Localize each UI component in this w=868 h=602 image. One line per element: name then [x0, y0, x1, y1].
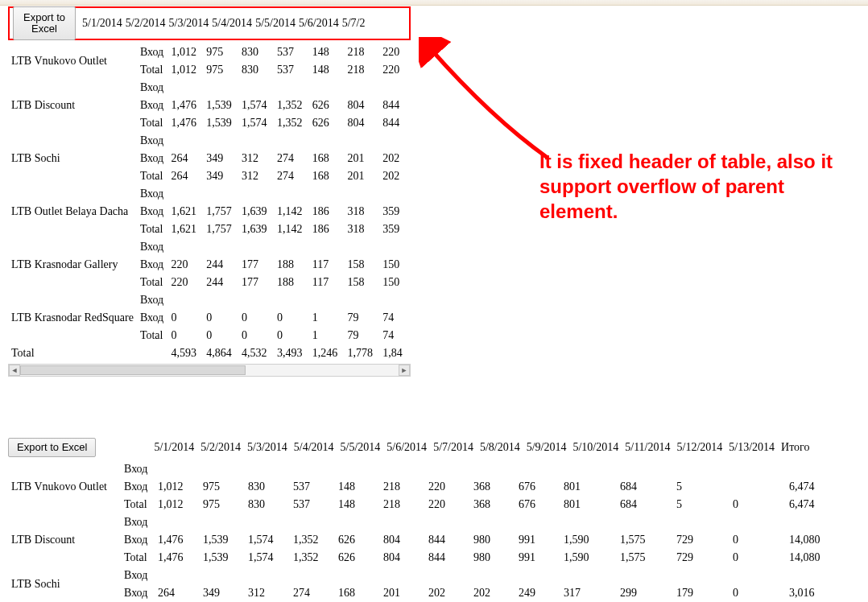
value-cell: 186 [309, 203, 345, 221]
annotation-text: It is fixed header of table, also it sup… [539, 149, 854, 225]
scroll-thumb[interactable] [20, 365, 246, 375]
value-cell: 201 [345, 150, 380, 167]
value-cell [673, 567, 730, 584]
value-cell: 1,476 [155, 531, 200, 549]
value-cell: 980 [470, 549, 515, 567]
value-cell: 3,493 [274, 344, 309, 362]
value-cell: 1,574 [245, 531, 290, 549]
value-cell: 177 [238, 274, 274, 291]
date-header-cell: 5/13/2014 [725, 441, 778, 454]
value-cell: 1,012 [167, 43, 203, 61]
value-cell: 148 [335, 478, 380, 496]
value-cell: 1,012 [167, 61, 203, 79]
value-cell: 537 [290, 496, 335, 513]
value-cell [673, 460, 730, 478]
date-header-cell: 5/12/2014 [674, 441, 726, 454]
value-cell: 537 [274, 61, 309, 79]
row-kind-cell: Вход [121, 567, 155, 584]
value-cell: 975 [200, 496, 245, 513]
scroll-left-arrow[interactable]: ◄ [9, 365, 20, 376]
value-cell: 1,590 [560, 549, 617, 567]
value-cell [290, 460, 335, 478]
value-cell [786, 513, 831, 531]
value-cell: 801 [560, 496, 617, 513]
row-kind-cell: Вход [121, 584, 155, 602]
export-button-2[interactable]: Export to Excel [8, 438, 96, 457]
value-cell [203, 291, 238, 309]
value-cell: 991 [515, 531, 560, 549]
date-header-cell: 5/6/2014 [383, 441, 430, 454]
row-kind-cell: Total [137, 167, 168, 185]
value-cell: 1,476 [167, 114, 203, 132]
row-name-cell: LTB Outlet Belaya Dacha [8, 185, 137, 238]
row-kind-cell: Вход [121, 460, 155, 478]
value-cell [200, 460, 245, 478]
date-header-row-2: 5/1/20145/2/20145/3/20145/4/20145/5/2014… [151, 441, 812, 454]
value-cell: 158 [345, 256, 380, 274]
value-cell: 79 [345, 309, 380, 327]
date-header-cell: 5/2/2014 [197, 441, 244, 454]
value-cell: 312 [238, 150, 274, 167]
value-cell [274, 132, 309, 150]
value-cell [245, 567, 290, 584]
value-cell [730, 478, 786, 496]
value-cell [290, 567, 335, 584]
value-cell: 218 [380, 496, 425, 513]
table-row: LTB Krasnodar RedSquareВход [8, 291, 411, 309]
value-cell [345, 132, 380, 150]
value-cell: 830 [238, 61, 274, 79]
value-cell [730, 567, 786, 584]
value-cell [167, 291, 203, 309]
value-cell [274, 79, 309, 97]
scroll-right-arrow[interactable]: ► [399, 365, 410, 376]
value-cell: 1,757 [203, 203, 238, 221]
value-cell [379, 79, 411, 97]
value-cell: 274 [274, 150, 309, 167]
date-header-cell: 5/7/2 [341, 17, 367, 30]
value-cell [203, 238, 238, 256]
row-kind-cell: Total [137, 61, 168, 79]
value-cell [203, 185, 238, 203]
value-cell: 188 [274, 256, 309, 274]
export-button[interactable]: Export toExcel [13, 6, 76, 41]
value-cell: 0 [238, 327, 274, 344]
row-kind-cell: Total [137, 274, 168, 291]
value-cell [470, 567, 515, 584]
value-cell: 117 [309, 274, 345, 291]
value-cell: 0 [167, 327, 203, 344]
value-cell: 148 [335, 496, 380, 513]
horizontal-scrollbar[interactable]: ◄ ► [8, 364, 411, 377]
value-cell: 975 [203, 61, 238, 79]
value-cell [274, 291, 309, 309]
value-cell [730, 460, 786, 478]
value-cell: 299 [617, 584, 673, 602]
row-kind-cell [137, 344, 168, 362]
value-cell [379, 238, 411, 256]
value-cell: 1,012 [155, 478, 200, 496]
value-cell: 349 [203, 167, 238, 185]
table-row: Вход264349312274168201202202249317299179… [8, 584, 831, 602]
value-cell: 368 [470, 478, 515, 496]
value-cell: 0 [730, 531, 786, 549]
value-cell: 117 [309, 256, 345, 274]
value-cell: 0 [730, 549, 786, 567]
value-cell: 220 [425, 496, 470, 513]
value-cell: 1,539 [200, 549, 245, 567]
value-cell [203, 79, 238, 97]
value-cell: 0 [203, 309, 238, 327]
row-kind-cell: Вход [121, 531, 155, 549]
value-cell: 844 [379, 97, 411, 114]
value-cell [274, 185, 309, 203]
value-cell [309, 132, 345, 150]
value-cell: 1,575 [617, 549, 673, 567]
value-cell: 368 [470, 496, 515, 513]
value-cell: 218 [345, 43, 380, 61]
value-cell: 6,474 [786, 496, 831, 513]
value-cell: 1,757 [203, 221, 238, 238]
value-cell [617, 567, 673, 584]
row-name-cell: LTB Krasnodar RedSquare [8, 291, 137, 344]
value-cell: 14,080 [786, 549, 831, 567]
value-cell: 844 [425, 531, 470, 549]
value-cell [167, 185, 203, 203]
value-cell [335, 460, 380, 478]
